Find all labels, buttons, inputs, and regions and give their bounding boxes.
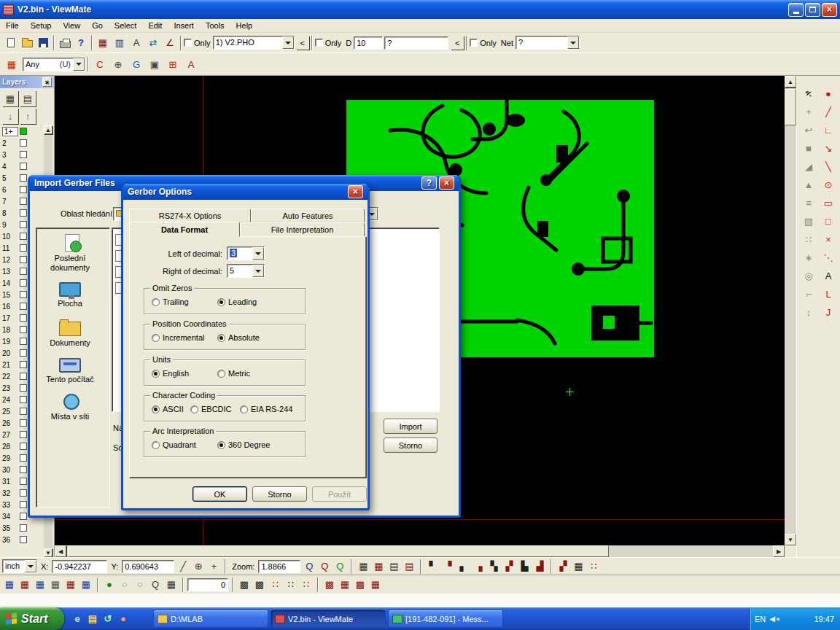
apply-button[interactable]: Použít	[312, 486, 367, 502]
layer-color-swatch[interactable]	[20, 303, 27, 310]
layer-color-swatch[interactable]	[20, 174, 27, 182]
film-grid-button[interactable]: ▦	[571, 559, 586, 574]
layer-color-swatch[interactable]	[20, 279, 27, 287]
pad-display-button[interactable]: ▣	[146, 55, 163, 73]
taskbar-task[interactable]: D:\MLAB	[153, 610, 268, 628]
layer-color-swatch[interactable]	[20, 361, 27, 368]
layer-color-swatch[interactable]	[20, 291, 27, 298]
slope-shape-button[interactable]: ◢	[800, 158, 817, 175]
filled-square-button[interactable]: ■	[800, 139, 817, 157]
zoom-window-button[interactable]: Q	[302, 559, 316, 574]
sync-button[interactable]: ↺	[101, 610, 115, 626]
radio-english[interactable]: English	[152, 369, 189, 378]
zoom-input[interactable]	[258, 560, 300, 573]
place-desktop[interactable]: Plocha	[36, 282, 104, 308]
layer-color-swatch[interactable]	[20, 244, 27, 252]
layer-color-swatch[interactable]	[20, 209, 27, 217]
net-combobox[interactable]: ?	[516, 36, 580, 50]
radio-eia-rs244[interactable]: EIA RS-244	[240, 405, 292, 413]
zoom-redraw-button[interactable]: Q	[317, 559, 332, 574]
pattern-grid-2-button[interactable]: ▩	[252, 578, 267, 592]
flash-point-button[interactable]: ●	[820, 85, 837, 102]
minimize-button[interactable]	[788, 3, 804, 17]
menu-setup[interactable]: Setup	[25, 20, 58, 31]
measure-angle-button[interactable]: ∠	[162, 35, 178, 51]
layer-color-swatch[interactable]	[20, 408, 27, 415]
mini-grid-4-button[interactable]: ▦	[48, 578, 63, 592]
measure-line-button[interactable]: ╱	[176, 559, 190, 574]
mini-grid-6-button[interactable]: ▦	[79, 578, 93, 592]
corner-tool-button[interactable]: ⌐	[800, 285, 817, 303]
inactive-circle-2-button[interactable]: ○	[133, 578, 147, 592]
layer-row-35[interactable]: 35	[0, 522, 42, 534]
browser-ball-button[interactable]: ●	[116, 610, 131, 626]
menu-file[interactable]: File	[0, 20, 25, 31]
red-dot-grid-2-button[interactable]: ▦	[338, 578, 352, 592]
right-of-decimal-combobox[interactable]: 5	[227, 264, 265, 278]
place-computer[interactable]: Tento počítač	[36, 358, 104, 384]
import-dialog-close-button[interactable]: ×	[439, 176, 454, 190]
grid-value-input[interactable]	[187, 578, 228, 591]
net-grid-button[interactable]: ▤	[386, 559, 401, 574]
target-crosshair-button[interactable]: ⊕	[109, 55, 127, 73]
aperture-text-button[interactable]: A	[182, 55, 200, 73]
dotted-diagonal-button[interactable]: ⋱	[820, 249, 837, 266]
left-of-decimal-arrow[interactable]	[252, 247, 264, 260]
probe-q-button[interactable]: Q	[148, 578, 163, 592]
radio-leading[interactable]: Leading	[217, 298, 257, 306]
cancel-button[interactable]: Storno	[252, 486, 307, 502]
context-help-button[interactable]: ?	[73, 35, 89, 51]
active-dot-button[interactable]: ●	[102, 578, 117, 592]
display-mode-1-button[interactable]: ▘	[425, 559, 440, 574]
star-tool-button[interactable]: ∗	[800, 249, 817, 266]
print-button[interactable]	[57, 35, 73, 51]
circle-tool-button[interactable]: ⊙	[820, 176, 837, 193]
dcode-grid-button[interactable]: ▦	[356, 559, 370, 574]
display-mode-4-button[interactable]: ▗	[471, 559, 486, 574]
half-square-button[interactable]: ▧	[800, 212, 817, 230]
vertical-flip-button[interactable]: ↕	[800, 303, 817, 321]
tab-auto-features[interactable]: Auto Features	[251, 209, 365, 222]
layer-color-swatch[interactable]	[20, 489, 27, 497]
pattern-grid-1-button[interactable]: ▩	[237, 578, 252, 592]
inactive-circle-1-button[interactable]: ○	[117, 578, 132, 592]
taskbar-task[interactable]: V2.bin - ViewMate	[271, 610, 386, 628]
line-tool-button[interactable]: ╱	[820, 103, 837, 120]
import-cancel-button[interactable]: Storno	[384, 438, 438, 453]
dcode-find-input[interactable]	[384, 36, 448, 50]
menu-edit[interactable]: Edit	[142, 20, 168, 31]
place-docs[interactable]: Dokumenty	[36, 319, 104, 348]
aperture-filter-arrow[interactable]	[73, 58, 85, 71]
open-file-button[interactable]	[19, 35, 35, 51]
radio-trailing[interactable]: Trailing	[152, 298, 189, 306]
snap-grid-button[interactable]: ▦	[164, 578, 179, 592]
save-button[interactable]	[35, 35, 51, 51]
text-tool-button[interactable]: A	[820, 267, 837, 284]
layer-color-swatch[interactable]	[20, 314, 27, 322]
tab-data-format[interactable]: Data Format	[129, 222, 240, 237]
mini-grid-2-button[interactable]: ▦	[18, 578, 32, 592]
units-arrow[interactable]	[25, 560, 36, 572]
dot-pattern-3-button[interactable]: ∷	[299, 578, 314, 592]
menu-go[interactable]: Go	[86, 20, 109, 31]
display-mode-8-button[interactable]: ▟	[532, 559, 547, 574]
mirror-shape-button[interactable]: ▲	[800, 176, 817, 193]
layer-color-swatch[interactable]	[20, 268, 27, 275]
layer-color-swatch[interactable]	[20, 186, 27, 193]
language-indicator[interactable]: EN	[755, 615, 766, 623]
layer-color-swatch[interactable]	[20, 466, 27, 473]
gerber-options-close-button[interactable]: ×	[348, 185, 363, 198]
layers-panel-close-button[interactable]: ×	[42, 77, 52, 87]
red-dot-grid-3-button[interactable]: ▩	[353, 578, 368, 592]
tab-rs274x-options[interactable]: RS274-X Options	[129, 209, 251, 222]
layer-color-swatch[interactable]	[20, 454, 27, 462]
menu-select[interactable]: Select	[109, 20, 143, 31]
radio-absolute[interactable]: Absolute	[217, 333, 260, 342]
layer-row-36[interactable]: 36	[0, 534, 42, 545]
red-dot-grid-1-button[interactable]: ▩	[322, 578, 337, 592]
net-grid-red-button[interactable]: ▤	[402, 559, 416, 574]
dcode-input[interactable]	[354, 36, 383, 50]
previous-dcode-button[interactable]: <	[451, 36, 464, 50]
messenger-status-icon[interactable]: ●	[776, 615, 780, 623]
layer-color-swatch[interactable]	[20, 349, 27, 357]
